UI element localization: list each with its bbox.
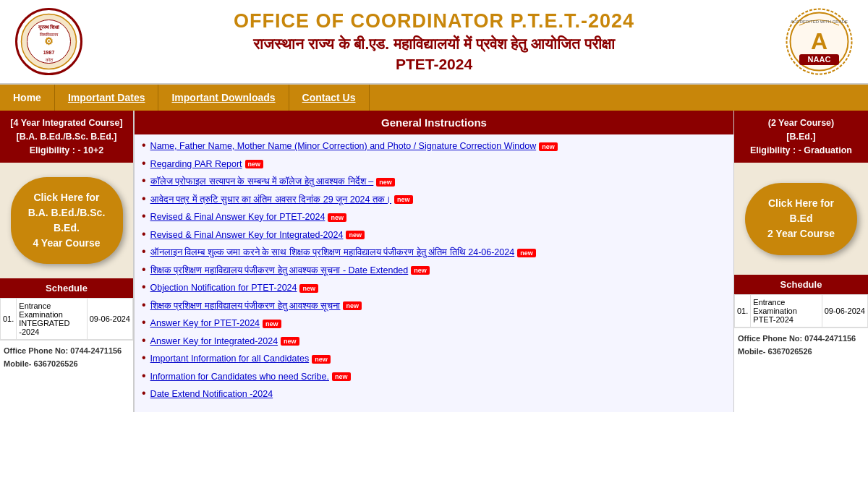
bullet-icon: •	[142, 210, 146, 223]
instruction-item: •ऑनलाइन विलम्ब शुल्क जमा करने के साथ शिक…	[142, 247, 726, 260]
instruction-item: •आवेदन पत्र में त्रुटि सुधार का अंतिम अव…	[142, 194, 726, 207]
bullet-icon: •	[142, 157, 146, 170]
instruction-item: •Revised & Final Answer Key for PTET-202…	[142, 211, 726, 224]
bullet-icon: •	[142, 192, 146, 205]
bullet-icon: •	[142, 228, 146, 241]
header-title-en: OFFICE OF COORDINATOR P.T.E.T.-2024	[94, 10, 774, 33]
main-content: [4 Year Integrated Course] [B.A. B.Ed./B…	[0, 111, 868, 412]
bullet-icon: •	[142, 139, 146, 152]
instruction-item: •Answer Key for Integrated-2024new	[142, 335, 726, 348]
right-btn-area: Click Here for B.Ed 2 Year Course	[734, 163, 868, 275]
new-badge: new	[281, 337, 299, 346]
center-header: General Instructions	[135, 111, 733, 134]
instruction-item: •शिक्षक प्रशिक्षण महाविद्यालय पंजीकरण हे…	[142, 300, 726, 313]
instruction-item: •कॉलेज प्रोफाइल सत्यापन के सम्बन्ध में क…	[142, 176, 726, 189]
bullet-icon: •	[142, 351, 146, 364]
bullet-icon: •	[142, 245, 146, 258]
naac-badge: ACCREDITED WITH GRADE A NAAC	[785, 7, 854, 76]
four-year-course-button[interactable]: Click Here for B.A. B.Ed./B.Sc. B.Ed. 4 …	[11, 177, 123, 264]
instruction-item: •Answer Key for PTET-2024new	[142, 317, 726, 330]
header: दूरस्थ शिक्षा विश्वविद्यालय ⚙ 1987 कोटा …	[0, 0, 868, 85]
right-schedule-header: Schedule	[734, 275, 868, 294]
two-year-course-button[interactable]: Click Here for B.Ed 2 Year Course	[745, 183, 857, 255]
bullet-icon: •	[142, 299, 146, 312]
instruction-item: •Objection Notification for PTET-2024new	[142, 282, 726, 295]
nav-item-contact-us[interactable]: Contact Us	[289, 85, 370, 111]
instruction-item: •Information for Candidates who need Scr…	[142, 371, 726, 384]
instruction-item: •Name, Father Name, Mother Name (Minor C…	[142, 140, 726, 153]
left-schedule-table: 01.Entrance Examination INTEGRATED -2024…	[0, 298, 133, 340]
right-schedule-row: 01.Entrance Examination PTET-202409-06-2…	[735, 295, 868, 328]
right-schedule-table: 01.Entrance Examination PTET-202409-06-2…	[734, 294, 868, 328]
header-subtitle: PTET-2024	[94, 56, 774, 73]
svg-text:NAAC: NAAC	[808, 55, 831, 64]
new-badge: new	[517, 249, 536, 257]
nav-item-home[interactable]: Home	[0, 85, 55, 111]
bullet-icon: •	[142, 281, 146, 294]
left-schedule-row: 01.Entrance Examination INTEGRATED -2024…	[1, 299, 133, 340]
new-badge: new	[346, 231, 365, 239]
instruction-item: •Date Extend Notification -2024	[142, 388, 726, 401]
bullet-icon: •	[142, 387, 146, 400]
header-center: OFFICE OF COORDINATOR P.T.E.T.-2024 राजस…	[83, 10, 785, 73]
left-footer: Office Phone No: 0744-2471156 Mobile- 63…	[0, 340, 133, 374]
instruction-item: •Revised & Final Answer Key for Integrat…	[142, 229, 726, 242]
instruction-item: •शिक्षक प्रशिक्षण महाविद्यालय पंजीकरण हे…	[142, 265, 726, 278]
new-badge: new	[332, 372, 351, 381]
center-panel: General Instructions •Name, Father Name,…	[134, 111, 734, 412]
new-badge: new	[312, 355, 331, 364]
bullet-icon: •	[142, 316, 146, 329]
left-panel: [4 Year Integrated Course] [B.A. B.Ed./B…	[0, 111, 134, 412]
svg-text:दूरस्थ शिक्षा: दूरस्थ शिक्षा	[38, 24, 60, 30]
left-panel-header: [4 Year Integrated Course] [B.A. B.Ed./B…	[0, 111, 133, 163]
new-badge: new	[343, 301, 362, 310]
svg-text:⚙: ⚙	[44, 35, 54, 47]
new-badge: new	[245, 160, 264, 168]
instruction-item: •Important Information for all Candidate…	[142, 353, 726, 366]
nav-item-important-downloads[interactable]: Important Downloads	[158, 85, 289, 111]
svg-text:A: A	[811, 28, 827, 54]
svg-text:कोटा: कोटा	[45, 57, 54, 62]
new-badge: new	[411, 266, 430, 275]
bullet-icon: •	[142, 174, 146, 187]
new-badge: new	[394, 195, 413, 204]
right-footer: Office Phone No: 0744-2471156 Mobile- 63…	[734, 328, 868, 362]
navbar: const navData = JSON.parse(document.getE…	[0, 85, 868, 111]
instructions-list: •Name, Father Name, Mother Name (Minor C…	[135, 134, 733, 412]
new-badge: new	[263, 320, 281, 328]
bullet-icon: •	[142, 369, 146, 382]
university-logo: दूरस्थ शिक्षा विश्वविद्यालय ⚙ 1987 कोटा	[14, 7, 83, 76]
left-schedule-header: Schedule	[0, 278, 133, 298]
new-badge: new	[376, 178, 395, 187]
new-badge: new	[539, 142, 558, 151]
new-badge: new	[328, 213, 346, 222]
svg-text:1987: 1987	[43, 50, 55, 55]
right-panel: (2 Year Course) [B.Ed.] Eligibility : - …	[734, 111, 868, 412]
nav-item-important-dates[interactable]: Important Dates	[55, 85, 159, 111]
bullet-icon: •	[142, 263, 146, 276]
bullet-icon: •	[142, 334, 146, 347]
instruction-item: •Regarding PAR Reportnew	[142, 158, 726, 171]
header-title-hi: राजस्थान राज्य के बी.एड. महाविद्यालयों म…	[94, 35, 774, 53]
left-btn-area: Click Here for B.A. B.Ed./B.Sc. B.Ed. 4 …	[0, 163, 133, 278]
svg-text:ACCREDITED WITH GRADE: ACCREDITED WITH GRADE	[791, 20, 848, 24]
new-badge: new	[299, 284, 318, 293]
right-panel-header: (2 Year Course) [B.Ed.] Eligibility : - …	[734, 111, 868, 163]
